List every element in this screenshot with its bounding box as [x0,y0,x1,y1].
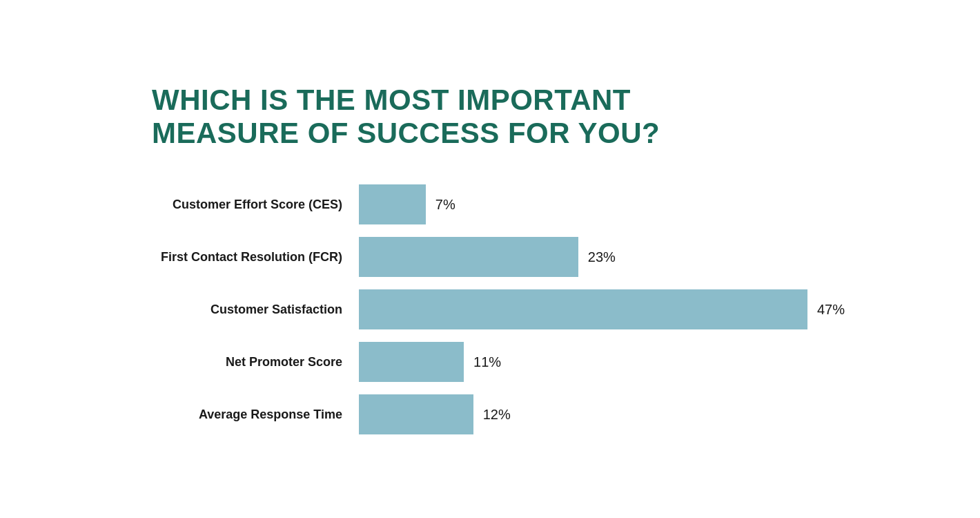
bar-value: 7% [435,197,455,213]
main-container: WHICH IS THE MOST IMPORTANT MEASURE OF S… [110,56,870,463]
bar-track: 47% [359,289,845,329]
bar-label: First Contact Resolution (FCR) [152,249,359,265]
chart-title: WHICH IS THE MOST IMPORTANT MEASURE OF S… [152,84,828,151]
bar-value: 11% [473,354,501,370]
bar-track: 11% [359,342,828,382]
title-line2: MEASURE OF SUCCESS FOR YOU? [152,117,660,149]
bar-track: 12% [359,394,828,434]
bar-value: 47% [817,302,845,318]
bar-row: Customer Effort Score (CES)7% [152,184,828,224]
bar-fill [359,342,464,382]
bar-value: 12% [483,407,511,423]
bar-track: 7% [359,184,828,224]
bar-track: 23% [359,237,828,277]
bar-label: Net Promoter Score [152,354,359,370]
bar-value: 23% [588,249,616,265]
bar-label: Average Response Time [152,407,359,423]
bar-row: First Contact Resolution (FCR)23% [152,237,828,277]
bar-fill [359,394,473,434]
bar-fill [359,289,807,329]
title-line1: WHICH IS THE MOST IMPORTANT [152,84,631,116]
bar-label: Customer Satisfaction [152,302,359,318]
bar-row: Average Response Time12% [152,394,828,434]
bar-fill [359,237,578,277]
chart-area: Customer Effort Score (CES)7%First Conta… [152,184,828,434]
bar-label: Customer Effort Score (CES) [152,197,359,213]
bar-fill [359,184,426,224]
bar-row: Customer Satisfaction47% [152,289,828,329]
bar-row: Net Promoter Score11% [152,342,828,382]
